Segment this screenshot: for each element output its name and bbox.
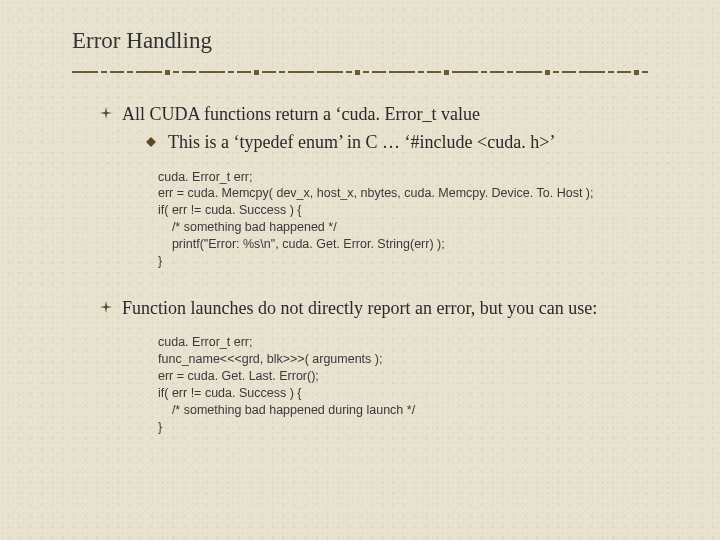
star-icon <box>100 107 112 119</box>
sub-bullet-text: This is a ‘typedef enum’ in C … ‘#includ… <box>168 132 555 152</box>
diamond-icon <box>146 137 156 147</box>
page-title: Error Handling <box>72 28 648 54</box>
slide: Error Handling All CUDA functions return… <box>0 0 720 540</box>
bullet-text: All CUDA functions return a ‘cuda. Error… <box>122 104 480 124</box>
list-item: This is a ‘typedef enum’ in C … ‘#includ… <box>146 130 648 154</box>
list-item: All CUDA functions return a ‘cuda. Error… <box>100 102 648 155</box>
star-icon <box>100 301 112 313</box>
title-divider <box>72 64 648 80</box>
code-block: cuda. Error_t err; err = cuda. Memcpy( d… <box>158 169 648 270</box>
list-item: Function launches do not directly report… <box>100 296 648 320</box>
code-block: cuda. Error_t err; func_name<<<grd, blk>… <box>158 334 648 435</box>
bullet-text: Function launches do not directly report… <box>122 298 597 318</box>
